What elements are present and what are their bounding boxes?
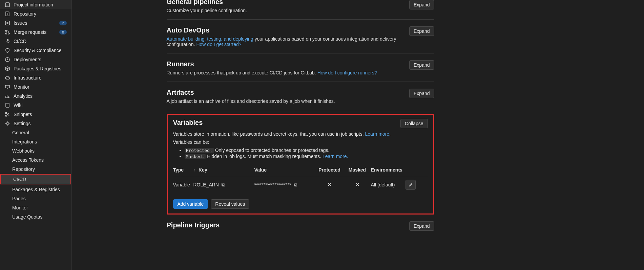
sidebar-item-issues[interactable]: Issues 2 [0, 18, 71, 27]
svg-rect-27 [294, 183, 296, 186]
sidebar-item-packages[interactable]: Packages & Registries [0, 64, 71, 73]
subitem-label: CI/CD [13, 177, 26, 182]
merge-icon [5, 29, 10, 35]
subitem-packages[interactable]: Packages & Registries [0, 185, 71, 194]
sidebar-label: Merge requests [14, 29, 56, 35]
sidebar-item-repository[interactable]: Repository [0, 9, 71, 18]
sidebar-label: Project information [14, 2, 67, 7]
sidebar: Project information Repository Issues 2 … [0, 0, 72, 270]
sidebar-label: Packages & Registries [14, 66, 67, 71]
expand-button[interactable]: Expand [409, 89, 434, 98]
sidebar-label: Issues [14, 20, 56, 26]
svg-point-10 [7, 40, 8, 41]
runners-configure-link[interactable]: How do I configure runners? [317, 70, 377, 75]
reveal-values-button[interactable]: Reveal values [211, 199, 249, 209]
section-artifacts: Artifacts A job artifact is an archive o… [167, 82, 434, 110]
copy-icon[interactable] [221, 182, 226, 187]
cell-env: All (default) [371, 182, 402, 187]
analytics-icon [5, 93, 10, 99]
sidebar-label: Deployments [14, 57, 67, 62]
subitem-label: Access Tokens [12, 157, 44, 163]
sidebar-item-security[interactable]: Security & Compliance [0, 46, 71, 55]
table-header: Type ↑Key Value Protected Masked Environ… [173, 164, 428, 176]
copy-icon[interactable] [293, 182, 298, 187]
deploy-icon [5, 57, 10, 62]
cell-key-text: ROLE_ARN [193, 182, 219, 187]
repository-icon [5, 11, 10, 17]
th-env[interactable]: Environments [371, 167, 402, 173]
subitem-webhooks[interactable]: Webhooks [0, 146, 71, 155]
section-general-pipelines: General pipelines Customize your pipelin… [167, 0, 434, 20]
sidebar-item-snippets[interactable]: Snippets [0, 110, 71, 119]
subitem-cicd[interactable]: CI/CD [1, 175, 70, 184]
subitem-access-tokens[interactable]: Access Tokens [0, 155, 71, 164]
masked-learnmore-link[interactable]: Learn more. [323, 154, 348, 159]
masked-text: Hidden in job logs. Must match masking r… [206, 154, 323, 159]
cell-type: Variable [173, 182, 193, 187]
expand-button[interactable]: Expand [409, 221, 434, 231]
subitem-pages[interactable]: Pages [0, 194, 71, 203]
subitem-label: Packages & Registries [12, 187, 60, 192]
section-desc: Runners are processes that pick up and e… [167, 70, 377, 75]
section-title: Runners [167, 60, 377, 68]
th-value[interactable]: Value [254, 167, 315, 173]
sidebar-item-wiki[interactable]: Wiki [0, 100, 71, 110]
svg-rect-25 [222, 183, 224, 186]
book-icon [5, 103, 10, 108]
masked-code: Masked: [185, 154, 206, 159]
expand-button[interactable]: Expand [409, 60, 434, 70]
subitem-label: Monitor [12, 205, 28, 210]
edit-button[interactable] [406, 180, 416, 190]
autodevops-getstarted-link[interactable]: How do I get started? [196, 42, 241, 47]
expand-button[interactable]: Expand [409, 26, 434, 36]
issues-badge: 2 [59, 21, 67, 25]
sidebar-item-project-info[interactable]: Project information [0, 0, 71, 9]
expand-button[interactable]: Expand [409, 0, 434, 9]
sidebar-item-monitor[interactable]: Monitor [0, 82, 71, 91]
variable-actions: Add variable Reveal values [173, 199, 428, 209]
sidebar-item-infrastructure[interactable]: Infrastructure [0, 73, 71, 82]
subitem-repository[interactable]: Repository [0, 164, 71, 174]
svg-rect-18 [6, 103, 9, 107]
th-protected[interactable]: Protected [315, 167, 344, 173]
section-title: Artifacts [167, 89, 335, 96]
list-item: Masked: Hidden in job logs. Must match m… [185, 154, 428, 159]
subitem-monitor[interactable]: Monitor [0, 203, 71, 212]
subitem-cicd-highlight: CI/CD [0, 174, 71, 184]
section-title: Auto DevOps [167, 26, 410, 34]
subitem-integrations[interactable]: Integrations [0, 137, 71, 146]
collapse-button[interactable]: Collapse [400, 119, 428, 128]
protected-code: Protected: [185, 148, 214, 153]
sidebar-item-analytics[interactable]: Analytics [0, 91, 71, 100]
subitem-label: Webhooks [12, 148, 35, 154]
section-runners: Runners Runners are processes that pick … [167, 53, 434, 82]
sidebar-label: Monitor [14, 84, 67, 90]
svg-point-20 [5, 115, 7, 116]
subitem-usage-quotas[interactable]: Usage Quotas [0, 212, 71, 221]
x-icon [355, 182, 360, 187]
subitem-label: Repository [12, 166, 35, 172]
sidebar-label: Analytics [14, 93, 67, 99]
scissors-icon [5, 112, 10, 117]
section-title: General pipelines [167, 0, 247, 6]
th-key[interactable]: ↑Key [193, 167, 254, 173]
th-masked[interactable]: Masked [344, 167, 371, 173]
section-variables-highlight: Variables Collapse Variables store infor… [167, 114, 434, 215]
sidebar-item-cicd[interactable]: CI/CD [0, 37, 71, 46]
svg-rect-12 [5, 85, 9, 88]
variables-learnmore-link[interactable]: Learn more. [365, 131, 391, 137]
svg-point-19 [5, 112, 7, 114]
subitem-general[interactable]: General [0, 128, 71, 137]
sidebar-item-settings[interactable]: Settings [0, 119, 71, 128]
sidebar-label: Settings [14, 121, 67, 126]
sidebar-item-merge-requests[interactable]: Merge requests 0 [0, 27, 71, 37]
svg-point-9 [8, 33, 9, 34]
variables-desc-text: Variables store information, like passwo… [173, 131, 365, 137]
svg-rect-0 [5, 3, 9, 7]
add-variable-button[interactable]: Add variable [173, 199, 208, 209]
subitem-label: Usage Quotas [12, 214, 43, 220]
autodevops-automate-link[interactable]: Automate building, testing, and deployin… [167, 36, 253, 42]
svg-line-21 [7, 113, 9, 116]
sidebar-item-deployments[interactable]: Deployments [0, 55, 71, 64]
th-type[interactable]: Type [173, 167, 193, 173]
